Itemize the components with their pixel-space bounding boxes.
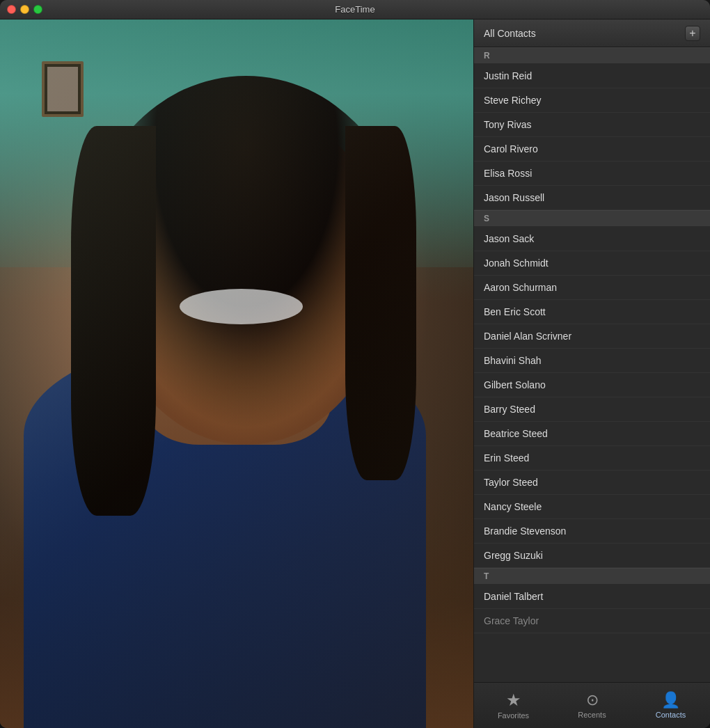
contact-item[interactable]: Carol Rivero [474, 137, 710, 161]
tab-contacts-label: Contacts [656, 711, 686, 719]
contact-item[interactable]: Taylor Steed [474, 470, 710, 495]
window-title: FaceTime [335, 4, 374, 15]
contact-item[interactable]: Nancy Steele [474, 495, 710, 519]
contact-item[interactable]: Bhavini Shah [474, 349, 710, 373]
panel-header: All Contacts + [474, 19, 710, 47]
contacts-list[interactable]: R Justin Reid Steve Richey Tony Rivas Ca… [474, 47, 710, 682]
minimize-button[interactable] [20, 5, 29, 14]
contact-item[interactable]: Erin Steed [474, 446, 710, 470]
title-bar: FaceTime [0, 0, 710, 19]
contact-item[interactable]: Daniel Talbert [474, 585, 710, 609]
contact-item[interactable]: Gilbert Solano [474, 373, 710, 397]
contact-jason-sack[interactable]: Jason Sack [474, 227, 710, 251]
contact-item[interactable]: Gregg Suzuki [474, 544, 710, 568]
window-controls [7, 5, 42, 14]
tab-favorites[interactable]: ★ Favorites [474, 686, 553, 725]
facetime-window: FaceTime [0, 0, 710, 728]
video-background [0, 19, 473, 728]
panel-title: All Contacts [484, 28, 536, 39]
tab-favorites-label: Favorites [498, 711, 529, 720]
contact-item[interactable]: Ben Eric Scott [474, 300, 710, 324]
contact-item[interactable]: Steve Richey [474, 88, 710, 113]
contact-item[interactable]: Daniel Alan Scrivner [474, 324, 710, 349]
section-header-s: S [474, 210, 710, 227]
recents-icon: ⊙ [586, 693, 599, 708]
photo-overlay [0, 19, 473, 728]
add-contact-button[interactable]: + [685, 26, 700, 41]
contact-item[interactable]: Tony Rivas [474, 113, 710, 137]
contact-item[interactable]: Brandie Stevenson [474, 519, 710, 544]
contact-item[interactable]: Beatrice Steed [474, 422, 710, 446]
contact-item[interactable]: Barry Steed [474, 397, 710, 422]
contact-item[interactable]: Jason Russell [474, 186, 710, 210]
contact-item[interactable]: Elisa Rossi [474, 161, 710, 186]
contact-item[interactable]: Justin Reid [474, 64, 710, 88]
video-area [0, 19, 473, 728]
contacts-panel: All Contacts + R Justin Reid Steve Riche… [473, 19, 710, 728]
contact-item[interactable]: Grace Taylor [474, 609, 710, 633]
maximize-button[interactable] [33, 5, 42, 14]
section-header-t: T [474, 568, 710, 585]
contact-item[interactable]: Aaron Schurman [474, 276, 710, 300]
tab-contacts[interactable]: 👤 Contacts [631, 687, 710, 725]
main-content: All Contacts + R Justin Reid Steve Riche… [0, 19, 710, 728]
section-header-r: R [474, 47, 710, 64]
tab-recents[interactable]: ⊙ Recents [553, 687, 631, 725]
favorites-icon: ★ [506, 692, 521, 709]
tab-recents-label: Recents [578, 711, 606, 719]
contacts-icon: 👤 [661, 693, 680, 708]
tab-bar: ★ Favorites ⊙ Recents 👤 Contacts [474, 682, 710, 728]
contact-item[interactable]: Jonah Schmidt [474, 251, 710, 276]
close-button[interactable] [7, 5, 16, 14]
